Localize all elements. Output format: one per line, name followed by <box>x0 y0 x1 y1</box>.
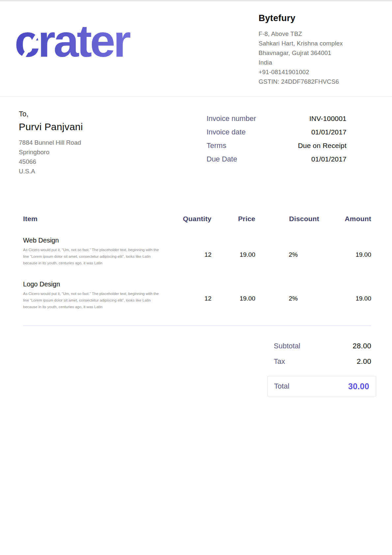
terms-row: Terms Due on Receipt <box>207 141 347 150</box>
customer-address-line: U.S.A <box>19 166 83 176</box>
item-description: As Cicero would put it, “Um, not so fast… <box>23 247 160 267</box>
company-gstin: GSTIN: 24DDF7682FHVCS6 <box>259 77 380 86</box>
due-date-label: Due Date <box>207 155 237 163</box>
crater-logo-wordmark: crater <box>14 17 166 65</box>
bill-to-block: To, Purvi Panjvani 7884 Bunnel Hill Road… <box>19 110 83 176</box>
invoice-date-value: 01/01/2017 <box>311 128 347 136</box>
column-header-item: Item <box>23 215 165 223</box>
table-row: Web Design As Cicero would put it, “Um, … <box>23 237 371 267</box>
item-amount: 19.00 <box>319 295 371 302</box>
item-name: Web Design <box>23 237 165 244</box>
company-info-block: Bytefury F-8, Above TBZ Sahkari Hart, Kr… <box>259 13 380 86</box>
crater-logo: crater <box>14 17 166 70</box>
subtotal-label: Subtotal <box>274 342 300 350</box>
invoice-date-row: Invoice date 01/01/2017 <box>207 128 347 136</box>
item-quantity: 12 <box>165 295 211 302</box>
company-address-line: India <box>259 58 380 67</box>
company-address-line: F-8, Above TBZ <box>259 29 380 39</box>
item-price: 19.00 <box>211 295 255 302</box>
subtotal-value: 28.00 <box>352 342 371 350</box>
table-row: Logo Design As Cicero would put it, “Um,… <box>23 280 371 310</box>
totals-section: Subtotal 28.00 Tax 2.00 Total 30.00 <box>267 342 376 396</box>
invoice-number-value: INV-100001 <box>309 115 347 123</box>
item-description: As Cicero would put it, “Um, not so fast… <box>23 290 160 310</box>
invoice-header: crater Bytefury F-8, Above TBZ Sahkari H… <box>0 1 392 97</box>
total-value: 30.00 <box>348 382 369 391</box>
item-cell: Logo Design As Cicero would put it, “Um,… <box>23 280 165 310</box>
address-and-meta-section: To, Purvi Panjvani 7884 Bunnel Hill Road… <box>0 97 392 176</box>
table-bottom-divider <box>23 325 371 326</box>
item-amount: 19.00 <box>319 251 371 258</box>
customer-address-line: 7884 Bunnel Hill Road <box>19 138 83 147</box>
item-discount: 2% <box>255 251 319 258</box>
invoice-meta-block: Invoice number INV-100001 Invoice date 0… <box>207 114 347 176</box>
bill-to-label: To, <box>19 110 83 118</box>
customer-address-line: 45066 <box>19 157 83 166</box>
total-label: Total <box>274 382 289 391</box>
due-date-value: 01/01/2017 <box>311 155 347 163</box>
column-header-price: Price <box>211 215 255 223</box>
item-cell: Web Design As Cicero would put it, “Um, … <box>23 237 165 267</box>
column-header-quantity: Quantity <box>165 215 211 223</box>
column-header-discount: Discount <box>255 215 319 223</box>
item-quantity: 12 <box>165 251 211 258</box>
invoice-number-label: Invoice number <box>207 114 256 123</box>
tax-label: Tax <box>274 357 285 366</box>
company-name: Bytefury <box>259 13 380 23</box>
item-name: Logo Design <box>23 280 165 288</box>
customer-name: Purvi Panjvani <box>19 121 83 132</box>
company-address-line: Sahkari Hart, Krishna complex <box>259 39 380 48</box>
item-discount: 2% <box>255 295 319 302</box>
column-header-amount: Amount <box>319 215 371 223</box>
customer-address-line: Springboro <box>19 147 83 157</box>
items-table: Item Quantity Price Discount Amount Web … <box>23 215 371 310</box>
subtotal-row: Subtotal 28.00 <box>267 342 376 350</box>
tax-row: Tax 2.00 <box>267 357 376 366</box>
items-table-header: Item Quantity Price Discount Amount <box>23 215 371 223</box>
tax-value: 2.00 <box>357 357 371 366</box>
company-address-line: Bhavnagar, Gujrat 364001 <box>259 48 380 58</box>
invoice-date-label: Invoice date <box>207 128 246 136</box>
total-box: Total 30.00 <box>267 376 376 396</box>
company-phone: +91-08141901002 <box>259 67 380 77</box>
terms-value: Due on Receipt <box>298 142 347 150</box>
item-price: 19.00 <box>211 251 255 258</box>
invoice-number-row: Invoice number INV-100001 <box>207 114 347 123</box>
terms-label: Terms <box>207 141 226 150</box>
due-date-row: Due Date 01/01/2017 <box>207 155 347 163</box>
